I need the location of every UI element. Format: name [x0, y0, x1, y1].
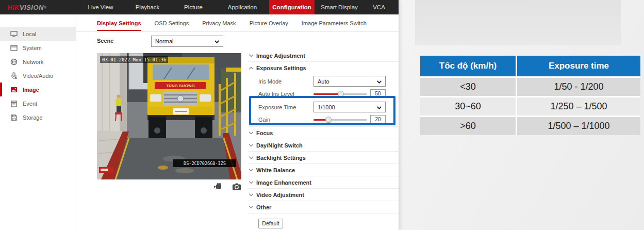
nav-item-picture[interactable]: Picture: [171, 0, 216, 14]
tab-privacy-mask[interactable]: Privacy Mask: [202, 15, 236, 31]
section-label: Focus: [256, 130, 273, 136]
logo-text-hik: HIK: [7, 4, 20, 11]
sidebar-item-storage[interactable]: Storage: [0, 110, 76, 124]
screenshot-canvas: HIKVISION® Live View Playback Picture Ap…: [0, 0, 644, 230]
microphone-icon: [10, 72, 18, 79]
section-label: Backlight Settings: [256, 155, 306, 161]
logo-registered-mark: ®: [44, 6, 47, 9]
sidebar-item-label: Event: [23, 101, 37, 107]
section-label: Other: [256, 204, 271, 210]
video-record-icon[interactable]: [214, 183, 223, 191]
chevron-down-icon: [249, 204, 253, 208]
section-exposure-settings[interactable]: Exposure Settings: [248, 62, 399, 74]
slider-thumb[interactable]: [338, 91, 344, 97]
default-button[interactable]: Default: [258, 219, 283, 228]
exposure-time-label: Exposure Time: [258, 104, 296, 110]
sidebar-item-image[interactable]: Image: [0, 83, 76, 96]
window-icon: [10, 44, 18, 52]
sidebar-item-local[interactable]: Local: [0, 27, 76, 41]
table-header-exposure-time: Exposure time: [517, 56, 640, 76]
camera-preview: TÙNG SƯƠNG: [97, 53, 241, 179]
image-icon: [10, 86, 18, 93]
scene-select[interactable]: Normal: [151, 36, 223, 47]
gain-label: Gain: [258, 117, 270, 123]
section-label: Image Adjustment: [256, 53, 305, 59]
section-image-enhancement[interactable]: Image Enhancement: [248, 176, 399, 189]
chevron-down-icon: [214, 39, 219, 43]
nav-item-smart-display[interactable]: Smart Display: [315, 0, 364, 14]
sidebar-item-event[interactable]: Event: [0, 96, 76, 110]
sidebar-item-label: Storage: [23, 114, 43, 121]
section-label: Image Enhancement: [256, 179, 311, 186]
sidebar-item-system[interactable]: System: [0, 41, 76, 55]
snapshot-camera-icon[interactable]: [232, 183, 241, 191]
preview-timestamp-overlay: 03-01-2022 Mon 15:01:36: [102, 57, 167, 62]
sidebar: Local System Network Video/Audio Image E…: [0, 14, 76, 230]
chevron-down-icon: [249, 155, 253, 159]
chevron-down-icon: [249, 142, 253, 146]
sidebar-item-video-audio[interactable]: Video/Audio: [0, 69, 76, 83]
nav-item-application[interactable]: Application: [216, 0, 269, 14]
hikvision-logo: HIKVISION®: [0, 0, 77, 14]
table-cell: 1/500 – 1/1000: [517, 117, 640, 135]
gain-value[interactable]: 20: [370, 115, 386, 124]
auto-iris-level-slider[interactable]: [313, 88, 367, 100]
table-cell: <30: [420, 78, 516, 96]
section-image-adjustment[interactable]: Image Adjustment: [248, 50, 399, 62]
iris-mode-select[interactable]: Auto: [313, 76, 386, 87]
iris-mode-label: Iris Mode: [258, 78, 282, 85]
nav-item-live-view[interactable]: Live View: [77, 0, 124, 14]
section-label: White Balance: [256, 167, 295, 173]
tab-image-parameters-switch[interactable]: Image Parameters Switch: [302, 15, 367, 31]
scene-select-value: Normal: [155, 38, 173, 44]
section-backlight-settings[interactable]: Backlight Settings: [248, 152, 399, 164]
section-label: Day/Night Switch: [256, 142, 303, 149]
chevron-up-icon: [249, 67, 253, 71]
sidebar-item-label: System: [23, 45, 42, 51]
section-white-balance[interactable]: White Balance: [248, 164, 399, 176]
sidebar-item-label: Image: [23, 87, 39, 93]
auto-iris-level-label: Auto Iris Level: [258, 91, 294, 97]
section-focus[interactable]: Focus: [248, 127, 399, 139]
gain-row: Gain 20: [248, 113, 399, 126]
table-header-speed: Tốc độ (km/h): [420, 56, 516, 76]
section-label: Video Adjustment: [256, 192, 304, 198]
auto-iris-level-row: Auto Iris Level 50: [248, 88, 399, 100]
top-navbar: HIKVISION® Live View Playback Picture Ap…: [0, 0, 399, 14]
sidebar-item-label: Video/Audio: [23, 73, 53, 79]
sidebar-item-label: Local: [23, 31, 36, 37]
auto-iris-level-value[interactable]: 50: [370, 89, 386, 98]
nav-item-vca[interactable]: VCA: [364, 0, 394, 14]
table-cell: 30~60: [420, 97, 516, 116]
capture-toolbar: [97, 183, 241, 191]
exposure-time-value: 1/1000: [318, 104, 335, 110]
nav-item-playback[interactable]: Playback: [124, 0, 171, 14]
tab-picture-overlay[interactable]: Picture Overlay: [250, 15, 288, 31]
preview-camera-model-overlay: DS-2CD7026G0-IZS: [184, 161, 226, 166]
exposure-time-select[interactable]: 1/1000: [313, 102, 386, 112]
slider-track: [313, 119, 367, 121]
chevron-down-icon: [249, 53, 253, 57]
slider-thumb[interactable]: [325, 117, 332, 123]
camera-preview-scene: TÙNG SƯƠNG: [97, 53, 241, 179]
nav-item-configuration[interactable]: Configuration: [269, 0, 315, 14]
chevron-down-icon: [377, 79, 382, 84]
chevron-down-icon: [249, 167, 253, 171]
scene-label: Scene: [97, 38, 113, 44]
section-other[interactable]: Other: [248, 201, 399, 213]
tab-osd-settings[interactable]: OSD Settings: [155, 15, 189, 31]
monitor-icon: [10, 30, 18, 38]
slide-area: Tốc độ (km/h) Exposure time <30 1/50 - 1…: [399, 0, 644, 230]
exposure-controls: Iris Mode Auto Auto Iris Level 50 Expos: [248, 74, 399, 127]
settings-tabbar: Display Settings OSD Settings Privacy Ma…: [76, 14, 399, 32]
table-cell: 1/50 - 1/200: [517, 78, 640, 96]
gain-slider[interactable]: [313, 113, 367, 126]
tab-display-settings[interactable]: Display Settings: [97, 15, 141, 31]
sidebar-item-network[interactable]: Network: [0, 55, 76, 69]
logo-text-vision: VISION: [20, 4, 44, 11]
hikvision-web-ui: HIKVISION® Live View Playback Picture Ap…: [0, 0, 399, 230]
disk-icon: [10, 114, 18, 121]
section-day-night-switch[interactable]: Day/Night Switch: [248, 139, 399, 152]
section-video-adjustment[interactable]: Video Adjustment: [248, 189, 399, 201]
iris-mode-row: Iris Mode Auto: [248, 75, 399, 88]
